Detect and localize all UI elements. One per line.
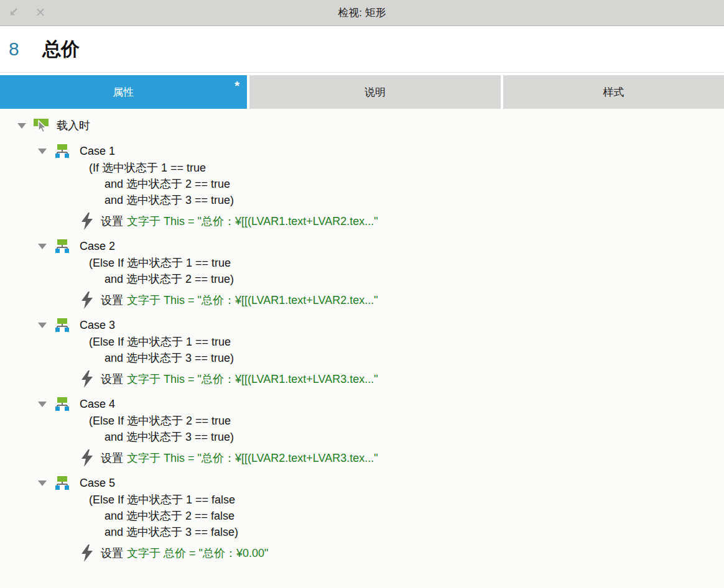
collapse-triangle-icon[interactable]: [38, 244, 47, 249]
condition-line: and 选中状态于 2 == true: [0, 176, 724, 192]
action-verb: 设置: [101, 293, 123, 308]
case-label: Case 3: [80, 319, 115, 332]
lightning-bolt-icon: [81, 544, 93, 562]
event-label: 载入时: [57, 118, 90, 133]
condition-line: and 选中状态于 3 == true): [0, 429, 724, 445]
collapse-triangle-icon[interactable]: [38, 402, 47, 407]
tab-properties[interactable]: 属性 *: [0, 75, 247, 109]
action-verb: 设置: [101, 372, 123, 387]
widget-header: 8 总价: [0, 26, 724, 73]
action-row-set-text[interactable]: 设置 文字于 This = "总价：¥[[(LVAR1.text+LVAR3.t…: [0, 370, 724, 388]
action-row-set-text[interactable]: 设置 文字于 This = "总价：¥[[(LVAR2.text+LVAR3.t…: [0, 449, 724, 467]
collapse-triangle-icon[interactable]: [38, 323, 47, 328]
collapse-triangle-icon[interactable]: [17, 123, 26, 129]
action-detail: 文字于 总价 = "总价：¥0.00": [127, 546, 268, 561]
condition-line: (Else If 选中状态于 1 == true: [0, 255, 724, 271]
condition-line: and 选中状态于 3 == true): [0, 350, 724, 366]
event-row-onload[interactable]: 载入时: [0, 116, 724, 135]
case-flowchart-icon: [54, 318, 70, 333]
action-row-set-text[interactable]: 设置 文字于 This = "总价：¥[[(LVAR1.text+LVAR2.t…: [0, 292, 724, 309]
action-verb: 设置: [101, 214, 123, 229]
case-flowchart-icon: [54, 397, 70, 411]
action-detail: 文字于 This = "总价：¥[[(LVAR1.text+LVAR2.tex.…: [127, 293, 378, 308]
case-block-4: Case 4 (Else If 选中状态于 2 == true and 选中状态…: [0, 395, 724, 467]
condition-line: and 选中状态于 3 == true): [0, 192, 724, 208]
lightning-bolt-icon: [81, 370, 93, 388]
tab-notes[interactable]: 说明: [249, 75, 501, 109]
case-block-1: Case 1 (If 选中状态于 1 == true and 选中状态于 2 =…: [0, 142, 724, 230]
tab-style-label: 样式: [603, 85, 624, 99]
collapse-triangle-icon[interactable]: [38, 480, 47, 486]
action-row-set-text[interactable]: 设置 文字于 总价 = "总价：¥0.00": [0, 544, 724, 562]
dock-arrow-icon: [8, 7, 19, 18]
case-label: Case 5: [80, 477, 115, 490]
dock-panel-button[interactable]: [6, 5, 21, 20]
case-flowchart-icon: [54, 239, 70, 254]
tab-notes-label: 说明: [364, 85, 386, 99]
condition-line: and 选中状态于 3 == false): [0, 524, 724, 540]
case-block-5: Case 5 (Else If 选中状态于 1 == false and 选中状…: [0, 474, 724, 562]
condition-line: and 选中状态于 2 == true): [0, 271, 724, 287]
case-header-4[interactable]: Case 4: [0, 395, 724, 413]
lightning-bolt-icon: [81, 292, 93, 309]
condition-line: (Else If 选中状态于 1 == false: [0, 492, 724, 508]
close-panel-button[interactable]: ✕: [33, 5, 48, 20]
case-label: Case 2: [80, 240, 115, 253]
widget-name[interactable]: 总价: [42, 37, 80, 62]
case-header-2[interactable]: Case 2: [0, 237, 724, 255]
case-header-3[interactable]: Case 3: [0, 316, 724, 334]
tab-style[interactable]: 样式: [503, 75, 724, 109]
widget-footnote-number: 8: [9, 39, 42, 60]
action-detail: 文字于 This = "总价：¥[[(LVAR1.text+LVAR3.tex.…: [127, 372, 378, 387]
panel-title: 检视: 矩形: [338, 6, 386, 20]
action-verb: 设置: [101, 546, 123, 561]
interactions-panel: 载入时 Case 1 (If 选中状态于 1 == true and 选中状态于…: [0, 109, 724, 587]
unsaved-asterisk: *: [234, 79, 239, 93]
case-flowchart-icon: [54, 475, 70, 490]
collapse-triangle-icon[interactable]: [38, 149, 47, 154]
condition-line: and 选中状态于 2 == false: [0, 508, 724, 524]
inspector-titlebar: ✕ 检视: 矩形: [0, 0, 724, 26]
case-label: Case 4: [80, 398, 115, 411]
action-detail: 文字于 This = "总价：¥[[(LVAR1.text+LVAR2.tex.…: [127, 214, 378, 229]
case-header-1[interactable]: Case 1: [0, 142, 724, 160]
case-block-2: Case 2 (Else If 选中状态于 1 == true and 选中状态…: [0, 237, 724, 309]
case-block-3: Case 3 (Else If 选中状态于 1 == true and 选中状态…: [0, 316, 724, 388]
case-label: Case 1: [80, 145, 115, 158]
inspector-tabs: 属性 * 说明 样式: [0, 75, 724, 109]
case-flowchart-icon: [54, 144, 70, 158]
case-header-5[interactable]: Case 5: [0, 474, 724, 492]
action-row-set-text[interactable]: 设置 文字于 This = "总价：¥[[(LVAR1.text+LVAR2.t…: [0, 213, 724, 230]
lightning-bolt-icon: [81, 449, 93, 467]
condition-line: (Else If 选中状态于 2 == true: [0, 413, 724, 429]
close-icon: ✕: [35, 5, 46, 20]
condition-line: (Else If 选中状态于 1 == true: [0, 334, 724, 350]
action-detail: 文字于 This = "总价：¥[[(LVAR2.text+LVAR3.tex.…: [127, 451, 378, 466]
action-verb: 设置: [101, 451, 123, 466]
tab-properties-label: 属性: [113, 85, 134, 99]
lightning-bolt-icon: [81, 213, 93, 230]
onload-event-icon: [33, 118, 50, 134]
condition-line: (If 选中状态于 1 == true: [0, 160, 724, 176]
